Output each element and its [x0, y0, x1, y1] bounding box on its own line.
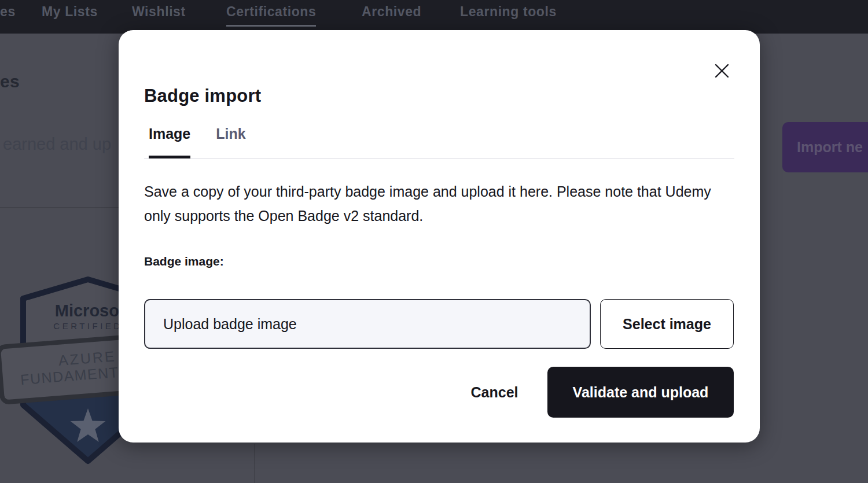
close-button[interactable] — [708, 57, 735, 84]
modal-title: Badge import — [144, 86, 261, 106]
modal-description: Save a copy of your third-party badge im… — [144, 179, 720, 228]
close-icon — [715, 64, 729, 78]
tab-image[interactable]: Image — [149, 123, 190, 158]
cancel-button[interactable]: Cancel — [453, 367, 536, 418]
upload-badge-input[interactable] — [144, 299, 591, 349]
badge-import-modal: Badge import Image Link Save a copy of y… — [119, 30, 760, 443]
select-image-button[interactable]: Select image — [600, 299, 734, 349]
validate-upload-button[interactable]: Validate and upload — [547, 367, 734, 418]
modal-tabs: Image Link — [144, 123, 734, 158]
tab-link[interactable]: Link — [216, 123, 245, 158]
badge-image-label: Badge image: — [144, 255, 224, 268]
